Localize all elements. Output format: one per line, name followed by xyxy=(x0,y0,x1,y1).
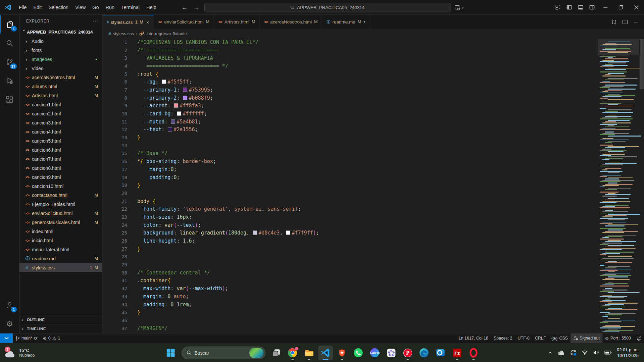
toggle-secondary-sidebar-icon[interactable] xyxy=(586,0,598,15)
onedrive-icon[interactable] xyxy=(557,350,565,355)
remote-indicator-icon[interactable]: >< xyxy=(0,333,13,343)
taskbar-edge[interactable] xyxy=(417,346,432,360)
taskbar-outlook[interactable] xyxy=(433,346,448,360)
notifications-bell-icon[interactable] xyxy=(634,333,644,343)
breadcrumb[interactable]: # styless.css › .btn-regresar-flotante xyxy=(102,29,644,38)
tree-item-cancion4.html[interactable]: <>cancion4.html xyxy=(19,127,102,136)
battery-icon[interactable] xyxy=(604,350,612,355)
tab-readme.md[interactable]: ⓘreadme.mdM● xyxy=(322,15,370,29)
wifi-icon[interactable] xyxy=(582,350,588,355)
editor-scrollbar[interactable] xyxy=(639,38,644,333)
tree-item-generosMusicales.html[interactable]: <>generosMusicales.htmlM xyxy=(19,218,102,227)
tree-item-cancion10.html[interactable]: <>cancion10.html xyxy=(19,182,102,191)
tree-item-Ejemplo_Tablas.html[interactable]: <>Ejemplo_Tablas.html xyxy=(19,200,102,209)
account-status[interactable]: Signed out xyxy=(571,333,602,343)
timeline-section[interactable]: › TIMELINE xyxy=(19,324,102,333)
taskbar-filezilla[interactable]: Fz xyxy=(450,346,464,360)
tree-item-enviarSolicitud.html[interactable]: <>enviarSolicitud.htmlM xyxy=(19,209,102,218)
copilot-menu[interactable]: ∨ xyxy=(454,4,464,11)
clock[interactable]: 02:01 p. m. 10/11/2025 xyxy=(617,347,639,358)
language-mode[interactable]: {⊗} CSS xyxy=(549,333,571,343)
taskbar-search[interactable]: Buscar xyxy=(182,347,265,359)
search-view-icon[interactable] xyxy=(0,34,19,52)
tray-chevron-icon[interactable] xyxy=(548,351,552,355)
tab-styless.css[interactable]: #styless.css1, M× xyxy=(102,15,154,29)
scrollbar-thumb[interactable] xyxy=(640,39,644,89)
tree-root-folder[interactable]: › APPWEB_PRACTICA05_240314 xyxy=(19,28,102,37)
taskbar-whatsapp[interactable] xyxy=(351,346,366,360)
code-editor[interactable]: 1/*COMIENZAN LOS CAMBIOS CON IA PARA EL*… xyxy=(102,38,644,333)
eol-status[interactable]: CRLF xyxy=(532,333,549,343)
tree-item-cancion3.html[interactable]: <>cancion3.html xyxy=(19,118,102,127)
settings-gear-icon[interactable]: ⚙ xyxy=(0,314,19,333)
tree-item-acercaNosotros.html[interactable]: <>acercaNosotros.htmlM xyxy=(19,73,102,82)
tree-item-cancion7.html[interactable]: <>cancion7.html xyxy=(19,154,102,163)
tree-item-fonts[interactable]: ›fonts xyxy=(19,46,102,55)
more-actions-icon[interactable]: ⋯ xyxy=(633,19,639,25)
tree-item-cancion5.html[interactable]: <>cancion5.html xyxy=(19,136,102,145)
minimize-button[interactable] xyxy=(598,0,613,15)
volume-icon[interactable] xyxy=(593,350,599,355)
tree-item-cancion1.html[interactable]: <>cancion1.html xyxy=(19,100,102,109)
taskbar-pinterest[interactable]: P xyxy=(400,346,415,360)
back-button[interactable]: ← xyxy=(180,4,189,11)
taskbar-vscode[interactable] xyxy=(318,346,333,360)
close-button[interactable] xyxy=(629,0,644,15)
tree-item-Audio[interactable]: ›Audio xyxy=(19,37,102,46)
tree-item-menu_lateral.html[interactable]: <>menu_lateral.html xyxy=(19,245,102,254)
taskbar-chrome[interactable] xyxy=(285,346,300,360)
open-changes-icon[interactable] xyxy=(611,19,617,25)
tree-item-cancion2.html[interactable]: <>cancion2.html xyxy=(19,109,102,118)
tree-item-cancion8.html[interactable]: <>cancion8.html xyxy=(19,163,102,172)
tree-item-readme.md[interactable]: ⓘreadme.mdM xyxy=(19,254,102,263)
forward-button[interactable]: → xyxy=(192,4,201,11)
tree-item-Artistas.html[interactable]: <>Artistas.htmlM xyxy=(19,91,102,100)
tree-item-cancion9.html[interactable]: <>cancion9.html xyxy=(19,172,102,182)
update-sync-icon[interactable] xyxy=(570,349,577,356)
run-debug-icon[interactable] xyxy=(0,71,19,90)
menu-go[interactable]: Go xyxy=(89,0,102,15)
tree-item-cancion6.html[interactable]: <>cancion6.html xyxy=(19,145,102,154)
menu-terminal[interactable]: Terminal xyxy=(118,0,143,15)
taskbar-canva[interactable]: Canva xyxy=(367,346,382,360)
breadcrumb-symbol[interactable]: .btn-regresar-flotante xyxy=(146,31,187,36)
tree-item-Video[interactable]: ›Video xyxy=(19,64,102,73)
tree-item-inicio.html[interactable]: <>inicio.html xyxy=(19,236,102,245)
problems-status[interactable]: ⊗ 0 ⚠ 1 xyxy=(40,333,63,343)
tree-item-styless.css[interactable]: #styless.css1, M xyxy=(19,263,102,272)
explorer-icon[interactable]: 1 xyxy=(0,15,19,34)
toggle-primary-sidebar-icon[interactable] xyxy=(563,0,575,15)
taskbar-brave[interactable] xyxy=(335,346,349,360)
menu-selection[interactable]: Selection xyxy=(45,0,72,15)
tree-item-contactanos.html[interactable]: <>contactanos.htmlM xyxy=(19,191,102,200)
menu-file[interactable]: File xyxy=(15,0,30,15)
command-center-search[interactable]: APPWEB_PRACTICA05_240314 xyxy=(204,3,451,12)
taskbar-geogebra[interactable] xyxy=(384,346,399,360)
explorer-actions-icon[interactable]: ⋯ xyxy=(93,18,98,24)
taskbar-taskview[interactable] xyxy=(269,346,284,360)
indentation-status[interactable]: Spaces: 2 xyxy=(491,333,515,343)
live-server-port[interactable]: ⊘ Port : 5500 xyxy=(602,333,634,343)
menu-view[interactable]: View xyxy=(72,0,89,15)
menu-run[interactable]: Run xyxy=(102,0,118,15)
split-editor-icon[interactable] xyxy=(622,19,628,25)
search-highlight-image[interactable] xyxy=(249,348,263,358)
toggle-panel-icon[interactable] xyxy=(575,0,586,15)
tab-enviarSolicitud.html[interactable]: <>enviarSolicitud.htmlM xyxy=(154,15,214,29)
menu-help[interactable]: Help xyxy=(143,0,160,15)
cursor-position[interactable]: Ln 1617, Col 18 xyxy=(456,333,491,343)
restore-button[interactable] xyxy=(613,0,629,15)
minimap[interactable] xyxy=(598,38,639,333)
tree-item-index.html[interactable]: <>index.html xyxy=(19,227,102,236)
extensions-icon[interactable] xyxy=(0,90,19,109)
outline-section[interactable]: › OUTLINE xyxy=(19,315,102,324)
close-tab-icon[interactable]: × xyxy=(146,19,149,25)
taskbar-start[interactable] xyxy=(163,346,178,360)
tab-Artistas.html[interactable]: <>Artistas.htmlM xyxy=(214,15,260,29)
taskbar-opera[interactable] xyxy=(466,346,481,360)
account-icon[interactable]: 1 xyxy=(0,296,19,314)
tree-item-albums.html[interactable]: <>albums.htmlM xyxy=(19,82,102,91)
customize-layout-icon[interactable] xyxy=(552,0,563,15)
git-branch-status[interactable]: main* ⟳ xyxy=(13,333,40,343)
tree-item-Imagenes[interactable]: ›Imagenes● xyxy=(19,55,102,64)
